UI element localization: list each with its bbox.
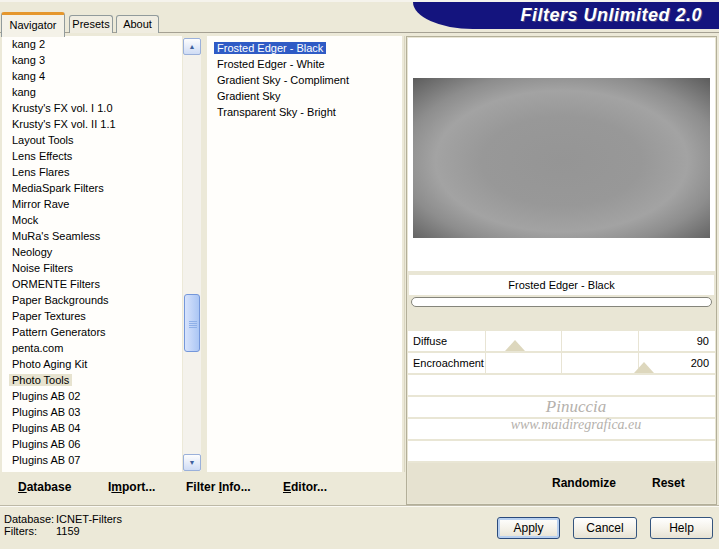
tab-navigator-label: Navigator bbox=[9, 19, 56, 31]
preview-block bbox=[408, 38, 715, 271]
tab-presets-label: Presets bbox=[72, 18, 109, 30]
category-list-item[interactable]: Pattern Generators bbox=[2, 324, 182, 340]
empty-slider-row bbox=[408, 397, 715, 417]
help-button[interactable]: Help bbox=[650, 517, 713, 539]
status-filters-label: Filters: bbox=[4, 525, 56, 537]
category-list-item[interactable]: Lens Flares bbox=[2, 164, 182, 180]
filters-unlimited-dialog: Filters Unlimited 2.0 Navigator Presets … bbox=[0, 0, 719, 549]
slider-encroachment[interactable]: Encroachment 200 bbox=[408, 353, 715, 373]
category-list-item[interactable]: Plugins AB 06 bbox=[2, 436, 182, 452]
slider-diffuse-value: 90 bbox=[697, 331, 709, 351]
reset-button[interactable]: Reset bbox=[652, 463, 685, 503]
apply-button[interactable]: Apply bbox=[497, 517, 560, 539]
scroll-down-icon: ▼ bbox=[189, 459, 196, 466]
category-list-item[interactable]: Plugins AB 07 bbox=[2, 452, 182, 468]
category-list: kang 2kang 3kang 4kangKrusty's FX vol. I… bbox=[2, 36, 182, 472]
category-list-item[interactable]: Neology bbox=[2, 244, 182, 260]
filter-info-menu-button[interactable]: Filter Info... bbox=[186, 472, 251, 502]
slider-encroachment-label: Encroachment bbox=[413, 353, 484, 373]
category-list-item[interactable]: Plugins AB 02 bbox=[2, 388, 182, 404]
filter-list-item[interactable]: Gradient Sky bbox=[207, 88, 402, 104]
tab-navigator[interactable]: Navigator bbox=[1, 12, 65, 37]
slider-encroachment-value: 200 bbox=[691, 353, 709, 373]
category-list-item[interactable]: Paper Backgrounds bbox=[2, 292, 182, 308]
editor-menu-button[interactable]: Editor... bbox=[283, 472, 327, 502]
empty-slider-row bbox=[408, 419, 715, 439]
category-list-item[interactable]: MediaSpark Filters bbox=[2, 180, 182, 196]
category-list-item[interactable]: kang 4 bbox=[2, 68, 182, 84]
filter-list: Frosted Edger - BlackFrosted Edger - Whi… bbox=[207, 36, 402, 472]
randomize-button[interactable]: Randomize bbox=[552, 463, 616, 503]
empty-slider-row bbox=[408, 375, 715, 395]
category-list-item[interactable]: Noise Filters bbox=[2, 260, 182, 276]
filter-list-item[interactable]: Transparent Sky - Bright bbox=[207, 104, 402, 120]
slider-diffuse[interactable]: Diffuse 90 bbox=[408, 331, 715, 351]
category-list-item[interactable]: Photo Aging Kit bbox=[2, 356, 182, 372]
scroll-up-button[interactable]: ▲ bbox=[183, 38, 201, 55]
category-list-item[interactable]: Plugins AB 04 bbox=[2, 420, 182, 436]
scrollbar-grip-icon bbox=[189, 321, 197, 328]
category-list-item[interactable]: Krusty's FX vol. II 1.1 bbox=[2, 116, 182, 132]
category-list-item[interactable]: kang 2 bbox=[2, 36, 182, 52]
category-list-item[interactable]: Photo Tools bbox=[2, 372, 182, 388]
panel-footer: Randomize Reset bbox=[408, 463, 715, 503]
database-menu-button[interactable]: Database bbox=[18, 472, 71, 502]
status-filters: Filters:1159 bbox=[4, 525, 80, 537]
cancel-button[interactable]: Cancel bbox=[573, 517, 637, 539]
status-database-label: Database: bbox=[4, 513, 56, 525]
filter-list-item[interactable]: Frosted Edger - White bbox=[207, 56, 402, 72]
filter-list-item[interactable]: Frosted Edger - Black bbox=[207, 40, 402, 56]
scrollbar-thumb[interactable] bbox=[184, 294, 200, 352]
scroll-up-icon: ▲ bbox=[189, 43, 196, 50]
category-list-item[interactable]: kang bbox=[2, 84, 182, 100]
category-scrollbar[interactable]: ▲ ▼ bbox=[183, 38, 201, 471]
slider-encroachment-thumb[interactable] bbox=[634, 362, 654, 373]
list-panel-divider bbox=[404, 36, 405, 472]
category-list-item[interactable]: Layout Tools bbox=[2, 132, 182, 148]
slider-diffuse-label: Diffuse bbox=[413, 331, 447, 351]
tab-presets[interactable]: Presets bbox=[69, 15, 113, 33]
category-list-item[interactable]: Lens Effects bbox=[2, 148, 182, 164]
category-list-item[interactable]: Mirror Rave bbox=[2, 196, 182, 212]
tab-about-label: About bbox=[123, 18, 152, 30]
empty-slider-row bbox=[408, 441, 715, 461]
scroll-down-button[interactable]: ▼ bbox=[183, 454, 201, 471]
category-list-item[interactable]: kang 3 bbox=[2, 52, 182, 68]
filter-preview-image bbox=[413, 78, 710, 238]
slider-diffuse-thumb[interactable] bbox=[505, 340, 525, 351]
status-database: Database:ICNET-Filters bbox=[4, 513, 122, 525]
category-list-item[interactable]: Plugins AB 03 bbox=[2, 404, 182, 420]
status-filters-value: 1159 bbox=[56, 525, 80, 537]
category-list-item[interactable]: MuRa's Seamless bbox=[2, 228, 182, 244]
category-list-item[interactable]: ORMENTE Filters bbox=[2, 276, 182, 292]
status-database-value: ICNET-Filters bbox=[56, 513, 122, 525]
filter-list-item[interactable]: Gradient Sky - Compliment bbox=[207, 72, 402, 88]
preview-panel: Frosted Edger - Black Diffuse 90 Encroac… bbox=[406, 36, 717, 505]
tab-about[interactable]: About bbox=[116, 15, 159, 33]
app-title: Filters Unlimited 2.0 bbox=[413, 2, 719, 28]
category-list-item[interactable]: Krusty's FX vol. I 1.0 bbox=[2, 100, 182, 116]
category-list-item[interactable]: Paper Textures bbox=[2, 308, 182, 324]
import-menu-button[interactable]: Import... bbox=[108, 472, 155, 502]
category-list-item[interactable]: penta.com bbox=[2, 340, 182, 356]
title-banner: Filters Unlimited 2.0 bbox=[413, 2, 719, 29]
status-bar: Database:ICNET-Filters Filters:1159 Appl… bbox=[0, 505, 719, 549]
selected-filter-name-label: Frosted Edger - Black bbox=[508, 279, 614, 291]
progress-bar bbox=[411, 297, 712, 307]
selected-filter-name: Frosted Edger - Black bbox=[409, 275, 714, 295]
menu-bar: Database Import... Filter Info... Editor… bbox=[0, 472, 406, 505]
category-list-item[interactable]: Mock bbox=[2, 212, 182, 228]
